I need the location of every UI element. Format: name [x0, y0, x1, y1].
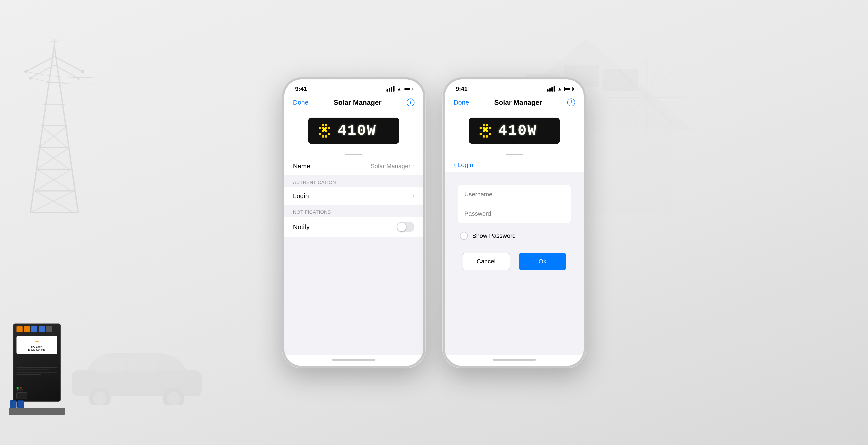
- power-tower-icon: [13, 39, 95, 214]
- device-hardware: ☀ SOLARMANAGER ETH 1: [6, 319, 80, 427]
- svg-rect-73: [489, 133, 491, 135]
- password-input[interactable]: [458, 204, 571, 223]
- notify-row: Notify: [284, 217, 423, 237]
- svg-rect-76: [484, 128, 487, 131]
- svg-rect-62: [323, 128, 327, 131]
- nav-bar-1: Done Solar Manager i: [284, 95, 423, 111]
- sparkle-icon: [603, 54, 690, 142]
- show-password-label: Show Password: [472, 232, 516, 239]
- svg-point-22: [81, 70, 84, 73]
- led-sun-icon-1: [317, 123, 333, 138]
- login-chevron-icon: ›: [412, 192, 414, 199]
- status-bar-2: 9:41 ▲: [445, 80, 584, 95]
- status-time-1: 9:41: [295, 86, 307, 92]
- name-value: Solar Manager: [371, 163, 410, 170]
- svg-rect-40: [128, 357, 156, 373]
- svg-rect-55: [328, 127, 330, 129]
- login-label: Login: [293, 192, 309, 200]
- display-widget-1: 410W: [284, 111, 423, 150]
- svg-rect-75: [486, 135, 488, 137]
- login-form-area: Show Password Cancel Ok: [445, 172, 584, 279]
- led-sun-icon-2: [477, 123, 493, 138]
- phone-login: 9:41 ▲ Done Solar Manager: [443, 77, 586, 368]
- username-input[interactable]: [458, 185, 571, 204]
- svg-line-18: [54, 56, 83, 72]
- nav-title-2: Solar Manager: [494, 98, 542, 106]
- handle-bar-2: [506, 154, 523, 155]
- svg-point-24: [76, 76, 80, 80]
- settings-section-1: Name Solar Manager ›: [284, 157, 423, 175]
- svg-rect-69: [489, 127, 491, 129]
- home-indicator-2: [445, 355, 584, 366]
- name-label: Name: [293, 162, 310, 170]
- auth-section: Login ›: [284, 187, 423, 205]
- handle-bar-1: [345, 154, 362, 155]
- status-bar-1: 9:41 ▲: [284, 80, 423, 95]
- back-chevron-icon: ‹: [454, 161, 456, 168]
- svg-rect-50: [322, 124, 324, 126]
- svg-rect-72: [479, 133, 482, 135]
- login-input-group: [458, 185, 571, 223]
- name-chevron-icon: ›: [412, 163, 414, 169]
- status-time-2: 9:41: [456, 86, 467, 92]
- notify-toggle[interactable]: [397, 222, 414, 232]
- home-bar-1: [332, 359, 375, 360]
- svg-rect-59: [328, 133, 330, 135]
- svg-point-38: [167, 392, 180, 405]
- svg-rect-39: [95, 357, 124, 373]
- spacer-1: [284, 237, 423, 355]
- login-row[interactable]: Login ›: [284, 187, 423, 205]
- display-widget-2: 410W: [445, 111, 584, 150]
- svg-rect-61: [325, 135, 327, 137]
- battery-icon-2: [564, 87, 573, 91]
- show-password-row: Show Password: [458, 232, 571, 240]
- battery-icon-1: [404, 87, 412, 91]
- svg-rect-58: [319, 133, 321, 135]
- name-row[interactable]: Name Solar Manager ›: [284, 157, 423, 175]
- name-value-area: Solar Manager ›: [371, 163, 414, 170]
- status-icons-2: ▲: [547, 86, 573, 92]
- toggle-knob: [397, 223, 406, 231]
- notifications-section-header: NOTIFICATIONS: [284, 205, 423, 217]
- svg-rect-74: [483, 135, 485, 137]
- auth-section-header: AUTHENTICATION: [284, 175, 423, 187]
- notifications-section: Notify: [284, 217, 423, 237]
- notify-label: Notify: [293, 223, 310, 231]
- ok-button[interactable]: Ok: [519, 253, 566, 270]
- wifi-icon-2: ▲: [557, 86, 562, 92]
- back-label[interactable]: Login: [458, 161, 473, 168]
- login-buttons: Cancel Ok: [458, 253, 571, 270]
- home-indicator-1: [284, 355, 423, 366]
- home-bar-2: [493, 359, 536, 360]
- svg-rect-66: [479, 127, 482, 129]
- show-password-radio[interactable]: [460, 232, 468, 240]
- login-value-area: ›: [412, 192, 414, 199]
- svg-rect-64: [483, 124, 485, 126]
- done-button-2[interactable]: Done: [454, 99, 469, 106]
- cancel-button[interactable]: Cancel: [462, 253, 510, 270]
- signal-icon-2: [547, 86, 555, 92]
- wifi-icon-1: ▲: [397, 86, 401, 92]
- done-button-1[interactable]: Done: [293, 99, 309, 106]
- spacer-2: [445, 279, 584, 355]
- nav-bar-2: Done Solar Manager i: [445, 95, 584, 111]
- svg-point-36: [93, 392, 106, 405]
- led-value-2: 410W: [498, 122, 537, 139]
- drag-handle-1: [284, 150, 423, 157]
- signal-icon-1: [386, 86, 395, 92]
- status-icons-1: ▲: [386, 86, 412, 92]
- info-button-2[interactable]: i: [567, 98, 575, 106]
- svg-rect-60: [322, 135, 324, 137]
- svg-rect-52: [319, 127, 321, 129]
- nav-title-1: Solar Manager: [334, 98, 382, 106]
- svg-line-17: [26, 56, 54, 72]
- info-button-1[interactable]: i: [407, 98, 414, 106]
- phone-settings: 9:41 ▲ Done Solar Manager: [282, 77, 425, 368]
- svg-rect-65: [486, 124, 488, 126]
- drag-handle-2: [445, 150, 584, 157]
- login-back-nav: ‹ Login: [445, 157, 584, 172]
- car-bg-icon: [61, 340, 213, 406]
- led-value-1: 410W: [338, 122, 376, 139]
- led-display-2: 410W: [469, 118, 560, 144]
- svg-rect-51: [325, 124, 327, 126]
